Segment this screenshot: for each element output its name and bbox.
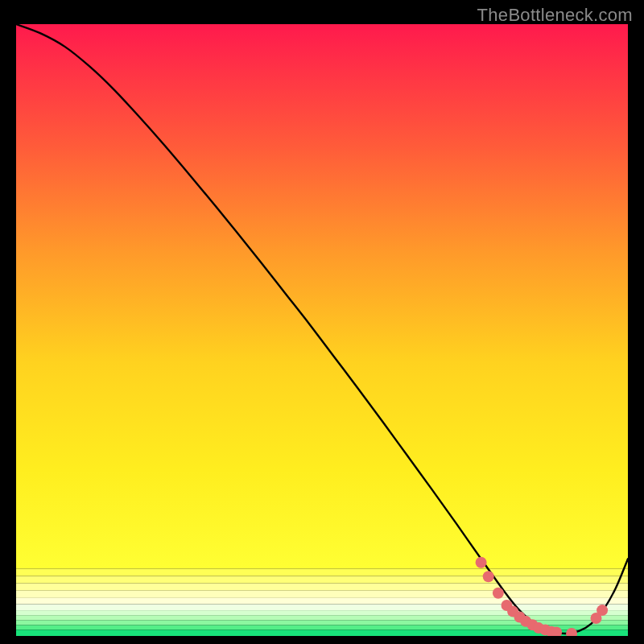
svg-point-14 bbox=[493, 588, 504, 599]
svg-rect-4 bbox=[16, 591, 628, 598]
svg-rect-8 bbox=[16, 615, 628, 620]
svg-rect-1 bbox=[16, 568, 628, 576]
svg-rect-6 bbox=[16, 604, 628, 610]
svg-point-13 bbox=[483, 571, 494, 582]
chart-frame: TheBottleneck.com bbox=[0, 0, 644, 644]
svg-rect-0 bbox=[16, 24, 628, 568]
svg-point-12 bbox=[476, 557, 487, 568]
svg-rect-7 bbox=[16, 610, 628, 615]
svg-rect-3 bbox=[16, 584, 628, 591]
watermark: TheBottleneck.com bbox=[477, 5, 633, 26]
svg-point-26 bbox=[597, 605, 608, 616]
plot-area bbox=[16, 24, 628, 636]
svg-rect-5 bbox=[16, 598, 628, 605]
svg-rect-2 bbox=[16, 576, 628, 584]
chart-svg bbox=[16, 24, 628, 636]
